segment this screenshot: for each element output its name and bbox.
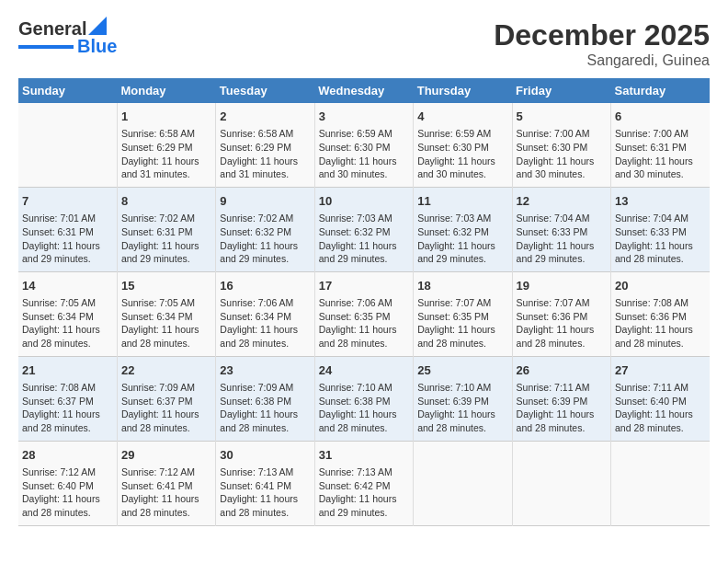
day-info: Sunrise: 7:03 AMSunset: 6:32 PMDaylight:… (319, 212, 409, 266)
calendar-cell: 26Sunrise: 7:11 AMSunset: 6:39 PMDayligh… (512, 356, 610, 441)
calendar-cell: 13Sunrise: 7:04 AMSunset: 6:33 PMDayligh… (611, 187, 710, 271)
header-saturday: Saturday (611, 78, 710, 103)
day-info: Sunrise: 7:08 AMSunset: 6:36 PMDaylight:… (615, 296, 706, 350)
day-number: 27 (615, 362, 706, 379)
day-number: 28 (22, 447, 113, 464)
calendar-cell: 30Sunrise: 7:13 AMSunset: 6:41 PMDayligh… (216, 441, 314, 525)
day-info: Sunrise: 7:06 AMSunset: 6:35 PMDaylight:… (319, 296, 409, 350)
day-number: 22 (121, 362, 211, 379)
calendar-header-row: SundayMondayTuesdayWednesdayThursdayFrid… (18, 78, 710, 103)
calendar-cell: 10Sunrise: 7:03 AMSunset: 6:32 PMDayligh… (314, 187, 413, 271)
day-info: Sunrise: 6:59 AMSunset: 6:30 PMDaylight:… (417, 127, 507, 181)
day-info: Sunrise: 7:10 AMSunset: 6:39 PMDaylight:… (417, 381, 507, 435)
calendar-cell: 16Sunrise: 7:06 AMSunset: 6:34 PMDayligh… (216, 271, 314, 356)
day-number: 4 (417, 109, 507, 125)
header-monday: Monday (117, 78, 215, 103)
header-wednesday: Wednesday (314, 78, 413, 103)
week-row-1: 1Sunrise: 6:58 AMSunset: 6:29 PMDaylight… (18, 103, 710, 187)
day-number: 8 (121, 193, 211, 210)
title-block: December 2025 Sangaredi, Guinea (494, 18, 710, 69)
svg-marker-0 (88, 17, 107, 35)
day-number: 31 (319, 447, 409, 464)
day-number: 18 (417, 278, 507, 294)
day-info: Sunrise: 7:01 AMSunset: 6:31 PMDaylight:… (22, 212, 113, 266)
calendar-cell: 23Sunrise: 7:09 AMSunset: 6:38 PMDayligh… (216, 356, 314, 441)
week-row-2: 7Sunrise: 7:01 AMSunset: 6:31 PMDaylight… (18, 187, 710, 271)
header-sunday: Sunday (18, 78, 117, 103)
day-info: Sunrise: 7:10 AMSunset: 6:38 PMDaylight:… (319, 381, 409, 435)
calendar-cell: 29Sunrise: 7:12 AMSunset: 6:41 PMDayligh… (117, 441, 215, 525)
calendar-cell: 20Sunrise: 7:08 AMSunset: 6:36 PMDayligh… (611, 271, 710, 356)
day-info: Sunrise: 7:12 AMSunset: 6:41 PMDaylight:… (121, 465, 211, 520)
day-info: Sunrise: 7:02 AMSunset: 6:32 PMDaylight:… (220, 212, 310, 266)
day-number: 24 (319, 362, 409, 379)
calendar-cell: 31Sunrise: 7:13 AMSunset: 6:42 PMDayligh… (314, 441, 413, 525)
calendar-cell: 3Sunrise: 6:59 AMSunset: 6:30 PMDaylight… (314, 103, 413, 187)
day-number: 7 (22, 193, 113, 210)
calendar-cell: 18Sunrise: 7:07 AMSunset: 6:35 PMDayligh… (414, 271, 512, 356)
svg-rect-1 (18, 45, 74, 49)
day-info: Sunrise: 7:13 AMSunset: 6:42 PMDaylight:… (319, 465, 409, 520)
calendar-table: SundayMondayTuesdayWednesdayThursdayFrid… (18, 78, 710, 526)
calendar-cell: 15Sunrise: 7:05 AMSunset: 6:34 PMDayligh… (117, 271, 215, 356)
day-info: Sunrise: 7:04 AMSunset: 6:33 PMDaylight:… (517, 212, 607, 266)
logo-blue: Blue (77, 36, 117, 57)
day-info: Sunrise: 7:11 AMSunset: 6:39 PMDaylight:… (517, 381, 607, 435)
day-number: 21 (22, 362, 113, 379)
week-row-3: 14Sunrise: 7:05 AMSunset: 6:34 PMDayligh… (18, 271, 710, 356)
calendar-cell: 1Sunrise: 6:58 AMSunset: 6:29 PMDaylight… (117, 103, 215, 187)
day-info: Sunrise: 7:12 AMSunset: 6:40 PMDaylight:… (22, 465, 113, 520)
calendar-cell: 8Sunrise: 7:02 AMSunset: 6:31 PMDaylight… (117, 187, 215, 271)
calendar-cell (18, 103, 117, 187)
calendar-cell: 2Sunrise: 6:58 AMSunset: 6:29 PMDaylight… (216, 103, 314, 187)
day-number: 1 (121, 109, 211, 125)
header-tuesday: Tuesday (216, 78, 314, 103)
day-info: Sunrise: 7:00 AMSunset: 6:30 PMDaylight:… (517, 127, 607, 181)
page-header: General Blue December 2025 Sangaredi, Gu… (18, 18, 710, 69)
page-subtitle: Sangaredi, Guinea (494, 52, 710, 69)
day-number: 11 (417, 193, 507, 210)
calendar-cell: 19Sunrise: 7:07 AMSunset: 6:36 PMDayligh… (512, 271, 610, 356)
day-info: Sunrise: 7:13 AMSunset: 6:41 PMDaylight:… (220, 465, 310, 520)
page-title: December 2025 (494, 18, 710, 52)
day-info: Sunrise: 7:09 AMSunset: 6:37 PMDaylight:… (121, 381, 211, 435)
calendar-cell (611, 441, 710, 525)
day-number: 17 (319, 278, 409, 294)
day-info: Sunrise: 7:06 AMSunset: 6:34 PMDaylight:… (220, 296, 310, 350)
day-info: Sunrise: 7:03 AMSunset: 6:32 PMDaylight:… (417, 212, 507, 266)
day-number: 16 (220, 278, 310, 294)
calendar-cell: 9Sunrise: 7:02 AMSunset: 6:32 PMDaylight… (216, 187, 314, 271)
day-number: 2 (220, 109, 310, 125)
day-number: 29 (121, 447, 211, 464)
day-number: 9 (220, 193, 310, 210)
calendar-cell: 28Sunrise: 7:12 AMSunset: 6:40 PMDayligh… (18, 441, 117, 525)
day-number: 6 (615, 109, 706, 125)
week-row-5: 28Sunrise: 7:12 AMSunset: 6:40 PMDayligh… (18, 441, 710, 525)
calendar-cell: 12Sunrise: 7:04 AMSunset: 6:33 PMDayligh… (512, 187, 610, 271)
day-number: 5 (517, 109, 607, 125)
calendar-cell: 24Sunrise: 7:10 AMSunset: 6:38 PMDayligh… (314, 356, 413, 441)
day-number: 19 (517, 278, 607, 294)
day-number: 30 (220, 447, 310, 464)
day-number: 3 (319, 109, 409, 125)
day-info: Sunrise: 7:05 AMSunset: 6:34 PMDaylight:… (121, 296, 211, 350)
day-number: 20 (615, 278, 706, 294)
calendar-cell: 6Sunrise: 7:00 AMSunset: 6:31 PMDaylight… (611, 103, 710, 187)
day-number: 15 (121, 278, 211, 294)
day-number: 12 (517, 193, 607, 210)
calendar-cell: 7Sunrise: 7:01 AMSunset: 6:31 PMDaylight… (18, 187, 117, 271)
day-info: Sunrise: 7:08 AMSunset: 6:37 PMDaylight:… (22, 381, 113, 435)
day-info: Sunrise: 6:59 AMSunset: 6:30 PMDaylight:… (319, 127, 409, 181)
calendar-cell: 25Sunrise: 7:10 AMSunset: 6:39 PMDayligh… (414, 356, 512, 441)
day-number: 10 (319, 193, 409, 210)
calendar-cell: 4Sunrise: 6:59 AMSunset: 6:30 PMDaylight… (414, 103, 512, 187)
logo-arrow-icon (88, 17, 107, 35)
day-number: 14 (22, 278, 113, 294)
calendar-cell: 11Sunrise: 7:03 AMSunset: 6:32 PMDayligh… (414, 187, 512, 271)
calendar-cell: 21Sunrise: 7:08 AMSunset: 6:37 PMDayligh… (18, 356, 117, 441)
day-info: Sunrise: 7:05 AMSunset: 6:34 PMDaylight:… (22, 296, 113, 350)
logo: General Blue (18, 18, 117, 57)
calendar-cell (512, 441, 610, 525)
logo-underline (18, 45, 74, 49)
day-number: 23 (220, 362, 310, 379)
